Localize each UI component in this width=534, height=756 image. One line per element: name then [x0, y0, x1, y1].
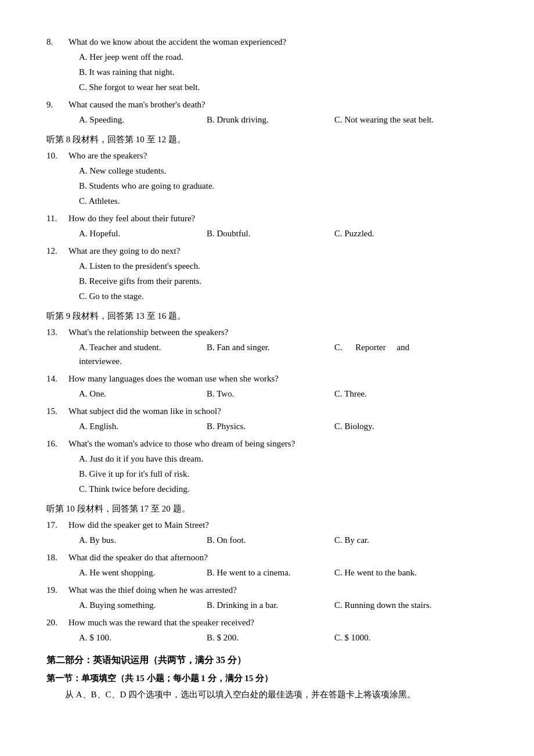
q18-optC: C. He went to the bank.	[334, 566, 488, 579]
q18-optA: A. He went shopping.	[79, 566, 207, 579]
q20-optC: C. $ 1000.	[334, 631, 488, 645]
q10-optB: B. Students who are going to graduate.	[79, 179, 488, 193]
question-14: 14. How many languages does the woman us…	[46, 372, 488, 401]
q19-text: What was the thief doing when he was arr…	[68, 583, 488, 597]
q10-options: A. New college students. B. Students who…	[79, 164, 488, 208]
q9-optC: C. Not wearing the seat belt.	[334, 113, 488, 127]
q17-optB: B. On foot.	[207, 533, 334, 547]
question-11: 11. How do they feel about their future?…	[46, 211, 488, 240]
q18-option-row: A. He went shopping. B. He went to a cin…	[79, 566, 488, 579]
q11-optB: B. Doubtful.	[207, 226, 334, 240]
q8-optB: B. It was raining that night.	[79, 65, 488, 79]
question-9: 9. What caused the man's brother's death…	[46, 98, 488, 127]
q9-option-row: A. Speeding. B. Drunk driving. C. Not we…	[79, 113, 488, 127]
q12-optB: B. Receive gifts from their parents.	[79, 274, 488, 288]
q11-optC: C. Puzzled.	[334, 226, 488, 240]
q13-num: 13.	[46, 325, 65, 339]
q8-optA: A. Her jeep went off the road.	[79, 50, 488, 64]
q8-optC-text: She forgot to wear her seat belt.	[89, 82, 200, 92]
q14-optA: A. One.	[79, 387, 207, 401]
q9-options: A. Speeding. B. Drunk driving. C. Not we…	[79, 113, 488, 127]
q8-optC-label: C.	[79, 82, 89, 92]
q19-options: A. Buying something. B. Drinking in a ba…	[79, 598, 488, 612]
q15-optC: C. Biology.	[334, 419, 488, 433]
q19-optC: C. Running down the stairs.	[334, 598, 488, 612]
q10-optA: A. New college students.	[79, 164, 488, 178]
q18-options: A. He went shopping. B. He went to a cin…	[79, 566, 488, 579]
q17-optC: C. By car.	[334, 533, 488, 547]
q14-num: 14.	[46, 372, 65, 386]
part2-title: 第二部分：英语知识运用（共两节，满分 35 分）	[46, 653, 488, 668]
q17-options: A. By bus. B. On foot. C. By car.	[79, 533, 488, 547]
q11-num: 11.	[46, 211, 65, 225]
q12-optC: C. Go to the stage.	[79, 289, 488, 303]
q11-text: How do they feel about their future?	[68, 211, 488, 225]
q14-optB: B. Two.	[207, 387, 334, 401]
q16-optC: C. Think twice before deciding.	[79, 482, 488, 496]
q9-optB: B. Drunk driving.	[207, 113, 334, 127]
q16-optB: B. Give it up for it's full of risk.	[79, 467, 488, 481]
q12-text: What are they going to do next?	[68, 244, 488, 258]
q17-optA: A. By bus.	[79, 533, 207, 547]
q19-optB: B. Drinking in a bar.	[207, 598, 334, 612]
question-18: 18. What did the speaker do that afterno…	[46, 550, 488, 579]
q19-option-row: A. Buying something. B. Drinking in a ba…	[79, 598, 488, 612]
q10-num: 10.	[46, 149, 65, 163]
q10-text: Who are the speakers?	[68, 149, 488, 163]
q20-optA: A. $ 100.	[79, 631, 207, 645]
q8-optA-text: Her jeep went off the road.	[89, 52, 183, 62]
question-10: 10. Who are the speakers? A. New college…	[46, 149, 488, 208]
q12-options: A. Listen to the president's speech. B. …	[79, 259, 488, 303]
q18-optB: B. He went to a cinema.	[207, 566, 334, 579]
part2-sec1: 第一节：单项填空（共 15 小题；每小题 1 分，满分 15 分）	[46, 671, 488, 685]
question-8: 8. What do we know about the accident th…	[46, 35, 488, 94]
q18-text: What did the speaker do that afternoon?	[68, 550, 488, 564]
question-15: 15. What subject did the woman like in s…	[46, 404, 488, 433]
q14-option-row: A. One. B. Two. C. Three.	[79, 387, 488, 401]
q12-num: 12.	[46, 244, 65, 258]
q13-optA: A. Teacher and student.	[79, 340, 207, 354]
q14-text: How many languages does the woman use wh…	[68, 372, 488, 386]
q12-optA: A. Listen to the president's speech.	[79, 259, 488, 273]
q17-num: 17.	[46, 518, 65, 532]
q8-optC: C. She forgot to wear her seat belt.	[79, 80, 488, 94]
q17-text: How did the speaker get to Main Street?	[68, 518, 488, 532]
q15-text: What subject did the woman like in schoo…	[68, 404, 488, 418]
q8-optA-label: A.	[79, 52, 89, 62]
q9-text: What caused the man's brother's death?	[68, 98, 488, 111]
question-17: 17. How did the speaker get to Main Stre…	[46, 518, 488, 547]
q11-optA: A. Hopeful.	[79, 226, 207, 240]
question-13: 13. What's the relationship between the …	[46, 325, 488, 368]
question-19: 19. What was the thief doing when he was…	[46, 583, 488, 612]
q11-option-row: A. Hopeful. B. Doubtful. C. Puzzled.	[79, 226, 488, 240]
q15-optB: B. Physics.	[207, 419, 334, 433]
q8-optB-text: It was raining that night.	[89, 67, 175, 77]
question-12: 12. What are they going to do next? A. L…	[46, 244, 488, 303]
q8-text: What do we know about the accident the w…	[68, 35, 488, 49]
q13-optC-wrap: interviewee.	[79, 354, 488, 368]
q20-option-row: A. $ 100. B. $ 200. C. $ 1000.	[79, 631, 488, 645]
q11-options: A. Hopeful. B. Doubtful. C. Puzzled.	[79, 226, 488, 240]
section9-header: 听第 9 段材料，回答第 13 至 16 题。	[46, 309, 488, 323]
q16-options: A. Just do it if you have this dream. B.…	[79, 452, 488, 496]
q16-num: 16.	[46, 437, 65, 451]
q13-optC-start: C. Reporter and	[334, 340, 409, 354]
q19-num: 19.	[46, 583, 65, 597]
q15-options: A. English. B. Physics. C. Biology.	[79, 419, 488, 433]
q13-options: A. Teacher and student. B. Fan and singe…	[79, 340, 488, 368]
q13-option-row: A. Teacher and student. B. Fan and singe…	[79, 340, 488, 354]
q13-text: What's the relationship between the spea…	[68, 325, 488, 339]
q20-num: 20.	[46, 615, 65, 629]
q9-num: 9.	[46, 98, 65, 111]
q13-optB: B. Fan and singer.	[207, 340, 334, 354]
q14-optC: C. Three.	[334, 387, 488, 401]
q16-text: What's the woman's advice to those who d…	[68, 437, 488, 451]
q15-optA: A. English.	[79, 419, 207, 433]
q20-options: A. $ 100. B. $ 200. C. $ 1000.	[79, 631, 488, 645]
q18-num: 18.	[46, 550, 65, 564]
section8-header: 听第 8 段材料，回答第 10 至 12 题。	[46, 132, 488, 146]
q10-optC: C. Athletes.	[79, 194, 488, 208]
q8-options: A. Her jeep went off the road. B. It was…	[79, 50, 488, 94]
q15-num: 15.	[46, 404, 65, 418]
q17-option-row: A. By bus. B. On foot. C. By car.	[79, 533, 488, 547]
